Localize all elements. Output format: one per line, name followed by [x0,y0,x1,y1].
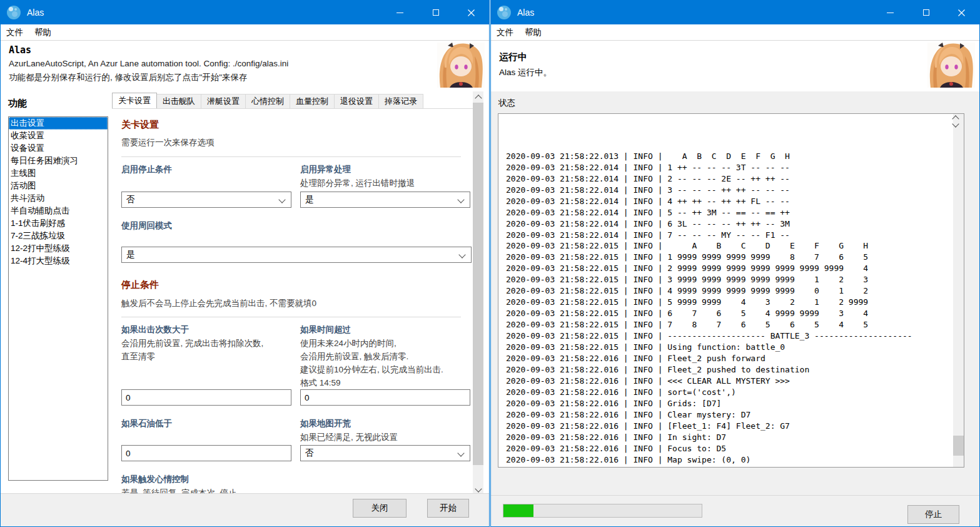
titlebar[interactable]: Alas [491,1,979,24]
log-line: 2020-09-03 21:58:22.015 | INFO | 1 9999 … [506,252,951,263]
label-if-oil: 如果石油低于 [121,418,172,429]
sidebar-item[interactable]: 12-2打中型练级 [9,242,108,255]
menu-item[interactable]: 帮助 [29,24,57,40]
tab-bar: 关卡设置出击舰队潜艇设置心情控制血量控制退役设置掉落记录 [112,93,473,108]
if-map-select[interactable]: 否 [300,445,470,461]
close-button[interactable] [453,1,489,24]
enable-stop-value: 否 [126,194,135,205]
minimize-button[interactable] [382,1,418,24]
log-line: 2020-09-03 21:58:22.015 | INFO | -------… [506,330,951,342]
if-map-value: 否 [305,448,314,459]
tab[interactable]: 血量控制 [290,94,335,108]
config-header: Alas AzurLaneAutoScript, An Azur Lane au… [1,41,489,92]
start-button[interactable]: 开始 [427,499,469,518]
minimize-button[interactable] [872,1,908,24]
header-hint: 功能都是分别保存和运行的, 修改设置后别忘了点击"开始"来保存 [9,72,248,83]
alas-logo-icon [497,6,511,19]
progress-bar [503,504,702,518]
stop-button[interactable]: 停止 [907,505,959,524]
scrollbar-thumb[interactable] [953,436,964,456]
progress-fill [503,504,533,517]
log-line: 2020-09-03 21:58:22.015 | INFO | A B C D… [506,240,951,252]
maximize-button[interactable] [908,1,944,24]
sidebar-item[interactable]: 半自动辅助点击 [9,205,108,217]
log-line: 2020-09-03 21:58:22.553 | INFO | Global … [506,466,951,468]
menu-item[interactable]: 文件 [491,24,519,40]
section-desc-stop: 触发后不会马上停止会先完成当前出击, 不需要就填0 [121,297,316,310]
menu-item[interactable]: 帮助 [519,24,547,40]
tab[interactable]: 掉落记录 [378,94,423,108]
config-footer: 关闭 开始 [1,493,489,526]
menu-item[interactable]: 文件 [1,24,29,40]
desc-if-map: 如果已经满足, 无视此设置 [300,431,398,444]
sidebar-item[interactable]: 12-4打大型练级 [9,255,108,267]
settings-scrollbar[interactable] [473,91,483,495]
run-status-text: Alas 运行中。 [499,67,552,78]
tab[interactable]: 退役设置 [334,94,379,108]
scrollbar-thumb[interactable] [473,103,483,465]
tab[interactable]: 出击舰队 [156,94,201,108]
label-enable-stop: 启用停止条件 [121,164,172,175]
close-app-button[interactable]: 关闭 [353,499,407,518]
titlebar[interactable]: Alas [1,1,489,24]
if-count-input[interactable] [121,389,291,406]
chevron-down-icon [457,449,464,456]
maximize-button[interactable] [418,1,453,24]
close-icon [468,9,475,16]
log-line: 2020-09-03 21:58:22.014 | INFO | 4 ++ ++… [506,196,951,207]
section-desc-stage: 需要运行一次来保存选项 [121,136,215,149]
log-line: 2020-09-03 21:58:22.013 | INFO | A B C D… [506,151,951,162]
log-line: 2020-09-03 21:58:22.014 | INFO | 5 -- ++… [506,207,951,218]
run-status-title: 运行中 [499,51,527,63]
log-line: 2020-09-03 21:58:22.016 | INFO | Focus t… [506,443,951,454]
sidebar-item[interactable]: 主线图 [9,167,108,180]
log-line: 2020-09-03 21:58:22.016 | INFO | Grids: … [506,398,951,409]
runner-body: 状态 2020-09-03 21:58:22.013 | INFO | A B … [491,91,979,526]
chevron-down-icon [952,120,959,127]
sidebar-item[interactable]: 收菜设置 [9,130,108,142]
sidebar-item[interactable]: 每日任务困难演习 [9,155,108,167]
log-line: 2020-09-03 21:58:22.014 | INFO | 2 -- --… [506,173,951,185]
if-time-input[interactable] [300,389,470,406]
sidebar-item[interactable]: 共斗活动 [9,192,108,205]
sidebar-item[interactable]: 7-2三战拣垃圾 [9,230,108,242]
desc-enable-exception: 处理部分异常, 运行出错时撤退 [300,177,415,190]
log-scrollbar[interactable] [953,114,964,467]
label-if-emotion: 如果触发心情控制 [121,474,189,485]
log-line: 2020-09-03 21:58:22.016 | INFO | Map swi… [506,454,951,466]
log-box[interactable]: 2020-09-03 21:58:22.013 | INFO | A B C D… [498,113,964,468]
log-line: 2020-09-03 21:58:22.016 | INFO | In sigh… [506,432,951,443]
if-oil-input[interactable] [121,445,291,461]
log-line: 2020-09-03 21:58:22.014 | INFO | 6 3L --… [506,218,951,230]
settings-pane: 关卡设置 需要运行一次来保存选项 启用停止条件 启用异常处理 处理部分异常, 运… [112,109,474,495]
chevron-down-icon [475,485,482,492]
chevron-down-icon [458,251,465,258]
minimize-icon [397,13,403,13]
scroll-down-button[interactable] [953,121,964,126]
desc-if-time: 使用未来24小时内的时间, 会沿用先前设置, 触发后清零. 建议提前10分钟左右… [300,337,443,389]
chevron-down-icon [278,196,285,203]
sidebar-item[interactable]: 1-1伏击刷好感 [9,217,108,230]
log-line: 2020-09-03 21:58:22.016 | INFO | Clear m… [506,409,951,421]
enable-stop-select[interactable]: 否 [121,192,291,208]
minimize-icon [887,13,894,13]
sidebar-item[interactable]: 活动图 [9,180,108,192]
log-lines: 2020-09-03 21:58:22.013 | INFO | A B C D… [506,117,951,468]
menu-bar: 文件帮助 [491,24,979,41]
enable-exception-select[interactable]: 是 [300,192,470,208]
loop-mode-select[interactable]: 是 [121,247,472,263]
sidebar-item[interactable]: 出击设置 [9,117,108,130]
window-config: Alas 文件帮助 Alas AzurLaneAutoScript, An Az… [0,0,490,527]
log-line: 2020-09-03 21:58:22.015 | INFO | 2 9999 … [506,263,951,274]
close-button[interactable] [944,1,979,24]
scroll-up-button[interactable] [473,91,483,102]
window-runner: Alas 文件帮助 运行中 Alas 运行中。 [490,0,980,527]
section-heading-stop: 停止条件 [121,279,159,291]
screen: Alas 文件帮助 Alas AzurLaneAutoScript, An Az… [0,0,980,527]
tab[interactable]: 关卡设置 [112,93,157,108]
sidebar-item[interactable]: 设备设置 [9,142,108,155]
tab[interactable]: 心情控制 [245,94,290,108]
maximize-icon [433,9,439,16]
sidebar-heading: 功能 [8,98,27,110]
tab[interactable]: 潜艇设置 [201,94,246,108]
